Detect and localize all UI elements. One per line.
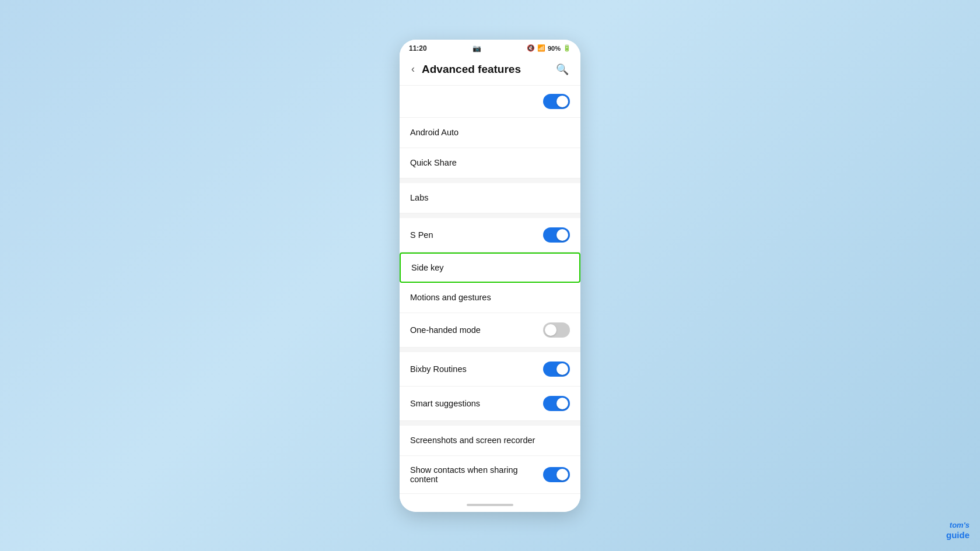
one-handed-mode-toggle[interactable] [543,322,570,338]
bixby-routines-toggle-knob [556,363,568,375]
page-title: Advanced features [422,63,554,76]
battery-icon: 🔋 [563,44,571,52]
divider-2 [400,213,580,218]
header: ‹ Advanced features 🔍 [400,55,580,86]
status-right: 🔇 📶 90% 🔋 [527,44,571,52]
battery-text: 90% [548,45,561,52]
bixby-routines-label: Bixby Routines [410,364,467,374]
settings-item-one-handed-mode[interactable]: One-handed mode [400,313,580,348]
signal-icon: 📶 [537,44,545,52]
divider-3 [400,348,580,352]
s-pen-toggle[interactable] [543,227,570,243]
settings-item-show-contacts[interactable]: Show contacts when sharing content [400,456,580,494]
search-button[interactable]: 🔍 [554,61,571,78]
labs-label: Labs [410,193,428,202]
settings-item-bixby-routines[interactable]: Bixby Routines [400,352,580,387]
phone-frame: 11:20 📷 🔇 📶 90% 🔋 ‹ Advanced features 🔍 … [400,40,580,512]
settings-list: Android Auto Quick Share Labs S Pen Side… [400,86,580,499]
bixby-routines-toggle[interactable] [543,362,570,377]
back-button[interactable]: ‹ [409,61,417,78]
smart-suggestions-label: Smart suggestions [410,399,480,408]
show-contacts-label: Show contacts when sharing content [410,465,527,484]
divider-4 [400,421,580,426]
one-handed-mode-toggle-knob [545,324,556,336]
status-icon: 📷 [473,44,481,52]
partial-toggle-knob [556,96,568,107]
s-pen-label: S Pen [410,230,433,240]
partial-toggle[interactable] [543,94,570,109]
watermark: tom's guide [946,521,970,541]
settings-item-android-auto[interactable]: Android Auto [400,118,580,148]
settings-item-screenshots[interactable]: Screenshots and screen recorder [400,426,580,456]
side-key-label: Side key [411,263,444,272]
motions-gestures-label: Motions and gestures [410,293,491,302]
settings-item-quick-share[interactable]: Quick Share [400,148,580,178]
show-contacts-toggle-knob [556,469,568,480]
status-time: 11:20 [409,44,427,52]
home-indicator [400,499,580,512]
mute-icon: 🔇 [527,44,535,52]
watermark-guide: guide [946,530,970,541]
settings-item-labs[interactable]: Labs [400,183,580,213]
partial-top-item[interactable] [400,86,580,118]
one-handed-mode-label: One-handed mode [410,325,481,335]
show-contacts-toggle[interactable] [543,467,570,482]
status-bar: 11:20 📷 🔇 📶 90% 🔋 [400,40,580,55]
quick-share-label: Quick Share [410,158,457,167]
smart-suggestions-toggle[interactable] [543,396,570,411]
smart-suggestions-toggle-knob [556,398,568,409]
settings-item-motions-gestures[interactable]: Motions and gestures [400,283,580,313]
home-bar [467,504,513,506]
watermark-toms: tom's [946,521,970,530]
android-auto-label: Android Auto [410,128,459,137]
divider-1 [400,178,580,183]
s-pen-toggle-knob [556,229,568,241]
screenshots-label: Screenshots and screen recorder [410,436,535,445]
settings-item-side-key[interactable]: Side key [400,252,580,283]
settings-item-s-pen[interactable]: S Pen [400,218,580,252]
settings-item-smart-suggestions[interactable]: Smart suggestions [400,387,580,421]
